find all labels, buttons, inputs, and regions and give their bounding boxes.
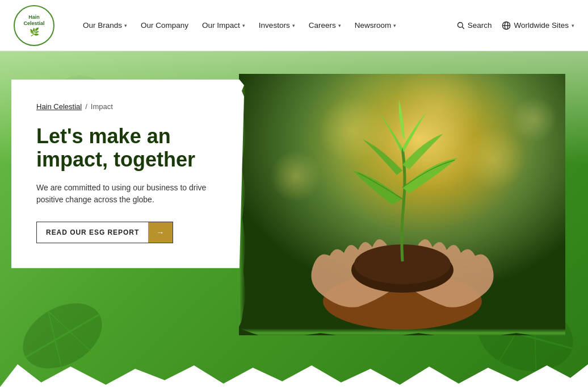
chevron-down-icon: ▾ [242,23,245,28]
search-button[interactable]: Search [456,21,492,30]
chevron-down-icon: ▾ [292,23,295,28]
chevron-down-icon: ▾ [393,23,396,28]
logo-icon: 🌿 [30,27,39,36]
hero-content-card: Hain Celestial / Impact Let's make an im… [11,80,244,268]
header: Hain Celestial 🌿 Our Brands ▾ Our Compan… [0,0,588,51]
hero-photo-panel [239,74,565,335]
svg-point-17 [270,151,321,202]
chevron-down-icon: ▾ [338,23,341,28]
nav-item-newsroom[interactable]: Newsroom ▾ [349,16,402,34]
plant-scene-illustration [239,74,565,335]
hero-heading: Let's make an impact, together [36,124,219,172]
svg-line-1 [462,27,464,28]
nav-item-our-brands[interactable]: Our Brands ▾ [77,16,133,34]
nav-item-careers[interactable]: Careers ▾ [303,16,347,34]
arrow-icon: → [148,222,173,243]
svg-point-15 [318,97,387,165]
nav-item-investors[interactable]: Investors ▾ [253,16,301,34]
svg-point-19 [511,97,557,142]
svg-point-18 [463,128,526,190]
chevron-down-icon: ▾ [124,23,127,28]
nav-item-our-impact[interactable]: Our Impact ▾ [196,16,251,34]
chevron-down-icon: ▾ [572,23,574,28]
header-right: Search Worldwide Sites ▾ [456,21,574,30]
globe-icon [502,21,511,30]
worldwide-sites-button[interactable]: Worldwide Sites ▾ [502,21,574,30]
hero-section: Hain Celestial / Impact Let's make an im… [0,51,588,387]
breadcrumb-separator: / [85,102,87,111]
hero-subtitle: We are committed to using our business t… [36,182,219,206]
breadcrumb-current-page: Impact [91,102,113,111]
search-icon [456,21,465,30]
main-nav: Our Brands ▾ Our Company Our Impact ▾ In… [77,16,456,34]
nav-item-our-company[interactable]: Our Company [135,16,194,34]
esg-report-button[interactable]: READ OUR ESG REPORT → [36,222,173,243]
logo[interactable]: Hain Celestial 🌿 [14,5,54,46]
breadcrumb-home-link[interactable]: Hain Celestial [36,102,82,111]
svg-point-0 [457,23,463,28]
hero-photo [239,74,565,335]
breadcrumb: Hain Celestial / Impact [36,102,219,111]
logo-text: Hain Celestial [23,14,44,27]
esg-report-label: READ OUR ESG REPORT [37,223,148,242]
